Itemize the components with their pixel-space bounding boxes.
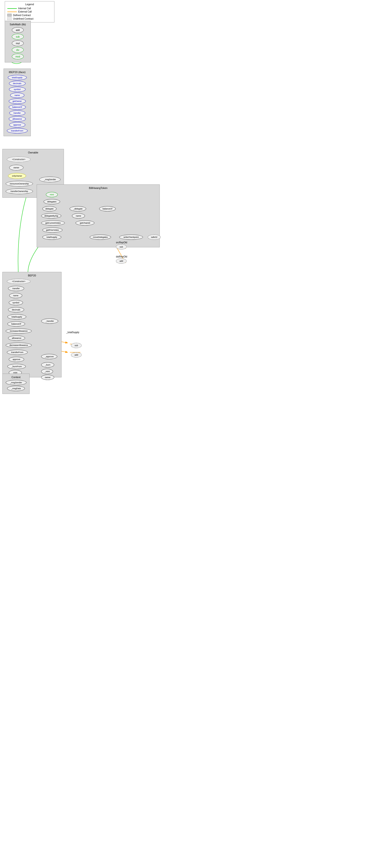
node-ibep20-balanceof: balanceOf [9,104,26,110]
node-bep20-transfer-internal: _transfer [41,318,58,324]
node-srcrepold-sub: sub [116,244,126,249]
bep20-label: BEP20 [4,274,59,277]
totalsupply-label: _totalSupply [66,331,79,334]
bep20-contract: BEP20 <Constructor> transfer name symbol… [2,272,61,377]
dstrepold-label: dstRepOld [116,255,127,258]
node-ibep20-symbol: symbol [9,87,26,92]
node-safemath-mul: mul [12,40,24,46]
node-ownable-onlyowner: onlyOwner [8,173,26,179]
node-ownable-renounce: renounceOwnership [6,181,33,187]
node-bep20-constructor: <Constructor> [7,279,31,284]
node-context-msgdata: _msgData [7,386,25,391]
node-bht-totalsupply: totalSupply [43,235,61,240]
ibep20-contract: IBEP20 (iface) totalSupply decimals symb… [4,68,31,136]
node-bep20-owner-internal: owner [41,375,54,380]
undefined-contract-label: Undefined Contract [13,18,33,20]
node-bep20-burn-internal: _burn [41,362,54,367]
internal-call-label: Internal Call [18,7,31,10]
diagram-container: Legend Internal Call External Call Defin… [0,0,368,868]
node-ownable-transfer-ownership: transferOwnership [6,188,33,194]
node-bep20-decreaseallowance: decreaseAllowance [6,343,32,348]
node-ibep20-decimals: decimals [9,81,26,86]
node-safemath-div: div [12,47,24,53]
node-bep20-increaseallowance: increaseAllowance [6,329,32,334]
node-safemath-mod: mod [12,54,24,59]
node-ownable-constructor: <Constructor> [7,157,31,162]
ibep20-label: IBEP20 (iface) [6,71,29,73]
node-ibep20-allowance: allowance [9,116,26,122]
node-ibep20-approve: approve [9,122,25,127]
node-bht-delegate: delegate [43,206,57,211]
billhwangtoken-label: BillHwangToken [39,187,158,189]
node-ownable-msgsender: _msgSender [39,177,61,182]
node-bht-getcurrentvotes: getCurrentVotes [41,220,65,225]
node-dstrepold-add: add [116,258,126,264]
legend-external-call: External Call [7,10,52,13]
node-ownable-owner: owner [9,165,23,170]
node-bht-delegate-internal: _delegate [69,206,86,211]
undefined-contract-rect [7,17,11,20]
node-bep20-burnfrom: _burnFrom [7,364,26,369]
node-bep20-approve-internal: _approve [41,354,57,359]
node-bht-writecheckpoint: writeCheckpoint [119,235,143,240]
node-bep20-symbol: symbol [9,300,23,305]
node-ibep20-getowner: getOwner [9,99,26,104]
node-ibep20-name: name [10,93,24,98]
totalsupply-group: _totalSupply [66,331,79,334]
node-context-msgsender: _msgSender [6,380,27,385]
node-bht-movedelegates: moveDelegates [90,235,111,240]
external-call-line [7,11,17,12]
billhwangtoken-contract: BillHwangToken mint delegates delegate _… [37,184,160,247]
context-contract: Context _msgSender _msgData [2,374,30,394]
legend-box: Legend Internal Call External Call Defin… [5,1,54,23]
defined-contract-label: Defined Contract [13,14,31,17]
node-safemath-add: add [12,27,24,33]
node-bep20-transfer: transfer [8,286,24,291]
node-bht-name: name [72,213,85,218]
internal-call-line [7,8,17,9]
node-bep20-transferfrom: transferFrom [7,350,28,355]
node-add-mint: add [71,352,82,358]
context-label: Context [4,376,27,378]
legend-defined-contract: Defined Contract [7,14,52,17]
node-bep20-decimals: decimals [8,307,24,312]
node-ibep20-transfer: transfer [9,111,25,116]
node-bep20-mint-internal: _mint [41,369,53,374]
node-bht-safe32: safe32 [148,235,161,240]
node-bht-getpriorvotes: getPriorVotes [43,227,62,232]
legend-undefined-contract: Undefined Contract [7,17,52,20]
ownable-label: Ownable [4,151,62,154]
safemath-label: SafeMath (lib) [7,23,29,26]
node-sub-burn: sub [71,343,82,348]
node-bht-mint: mint [46,192,58,197]
srcrepold-label: srcRepOld [116,241,127,244]
dstrepold-group: dstRepOld add [116,255,127,264]
srcrepold-group: srcRepOld sub [116,241,127,249]
node-bep20-balanceof: balanceOf [7,321,25,327]
node-bht-delegates: delegates [44,199,60,204]
node-bht-balanceof: balanceOf [99,206,116,211]
node-ibep20-totalsupply: totalSupply [8,75,27,80]
node-bep20-allowance: allowance [8,336,25,341]
safemath-contract: SafeMath (lib) add sub mul div mod [5,21,31,62]
defined-contract-rect [7,14,11,17]
legend-internal-call: Internal Call [7,7,52,10]
legend-title: Legend [7,3,52,6]
node-bht-getchainid: getChainId [76,220,94,225]
node-bep20-approve: approve [9,357,24,362]
node-bep20-totalsupply: totalSupply [7,314,26,319]
node-bep20-name: name [9,293,22,298]
node-ibep20-transferfrom: transferFrom [7,128,28,133]
node-bht-delegatebysig: delegateBySig [41,213,61,218]
arrows-layer [0,0,368,868]
node-safemath-sub: sub [12,34,24,39]
external-call-label: External Call [18,10,32,13]
